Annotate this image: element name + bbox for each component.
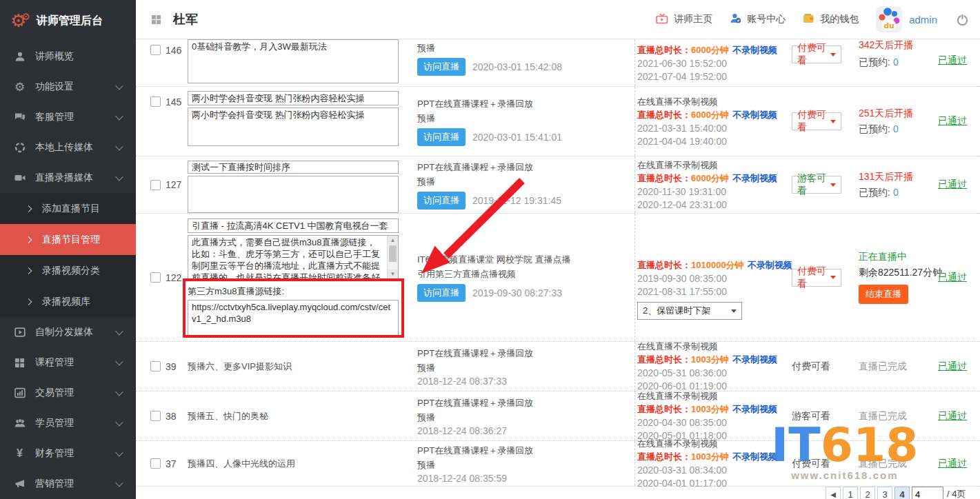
page-button-1[interactable]: 1 (843, 487, 858, 499)
title-input[interactable] (188, 218, 399, 233)
scroll-down-icon[interactable]: ▼ (388, 269, 398, 278)
start-time: 2020-05-31 08:36:00 (637, 367, 792, 379)
page-button-4[interactable]: 4 (894, 487, 910, 499)
live-status: 131天后开播 (859, 171, 938, 183)
visit-live-button[interactable]: 访问直播 (417, 58, 466, 76)
sidebar-item-4[interactable]: 直播录播媒体 (0, 163, 136, 193)
sidebar-subitem-0[interactable]: 添加直播节目 (0, 193, 136, 224)
row-id: 122 (166, 272, 181, 283)
visit-live-button[interactable]: 访问直播 (417, 192, 466, 210)
create-time: 2018-12-24 08:36:27 (417, 425, 634, 436)
sidebar-item-10[interactable]: 营销管理 (0, 469, 136, 499)
sidebar-item-0[interactable]: 讲师概览 (0, 41, 136, 72)
sidebar-item-label: 学员管理 (35, 417, 74, 429)
users-icon (13, 418, 26, 429)
page-button-3[interactable]: 3 (877, 487, 892, 499)
program-title: 预播五、快门的奥秘 (188, 410, 408, 422)
row-id: 127 (166, 179, 181, 190)
sidebar-item-1[interactable]: ⚙功能设置 (0, 72, 136, 102)
page-prev-icon[interactable]: ◀ (826, 487, 841, 499)
remaining-minutes: 剩余822511.27分钟 (859, 267, 938, 279)
caret-down-icon (830, 183, 836, 187)
sidebar-item-6[interactable]: 课程管理 (0, 347, 136, 378)
create-time: 2020-03-01 15:42:08 (472, 61, 562, 72)
sidebar-item-label: 直播录播媒体 (35, 172, 93, 184)
audit-status-link[interactable]: 已通过 (938, 179, 980, 191)
topbar-link-1[interactable]: 账号中心 (730, 12, 786, 26)
visibility-select[interactable]: 付费可看 (792, 112, 841, 130)
row-checkbox[interactable] (150, 458, 161, 469)
username[interactable]: admin (909, 14, 937, 26)
row-checkbox[interactable] (150, 96, 161, 107)
sidebar-item-label: 自制分发媒体 (35, 326, 93, 338)
sidebar-subitem-1[interactable]: 直播节目管理 (0, 224, 136, 255)
stream-type-label: 预播 (417, 458, 634, 471)
program-title: 预播六、更多VIP摄影知识 (188, 360, 408, 373)
row-checkbox[interactable] (150, 180, 161, 190)
sidebar-item-9[interactable]: ¥财务管理 (0, 438, 136, 469)
audit-status-link[interactable]: 已通过 (938, 115, 980, 128)
offline-policy-select[interactable]: 2、保留课时下架 (637, 302, 742, 320)
m3u8-source-label: 第三方m3u8直播源链接: (188, 285, 408, 298)
row-checkbox[interactable] (150, 411, 161, 421)
reserved-count: 0 (893, 187, 899, 198)
end-live-button[interactable]: 结束直播 (859, 285, 908, 304)
visibility-select[interactable]: 付费可看 (792, 269, 841, 287)
create-time: 2019-11-12 19:31:45 (472, 195, 561, 206)
table-row: 127PPT在线直播课程＋录播回放预播访问直播2019-11-12 19:31:… (136, 156, 980, 214)
start-time: 2020-03-31 08:34:00 (637, 464, 792, 476)
layout-grid-icon[interactable] (151, 14, 161, 25)
scroll-up-icon[interactable]: ▲ (388, 236, 398, 245)
topbar-link-label: 我的钱包 (820, 13, 859, 26)
sidebar-submenu: 添加直播节目直播节目管理录播视频分类录播视频库 (0, 193, 136, 317)
visibility-select[interactable]: 游客可看 (792, 176, 841, 194)
topbar-right: 讲师主页账号中心我的钱包duadmin (656, 6, 969, 32)
visibility-value: 付费可看 (797, 42, 828, 67)
row-checkbox[interactable] (150, 45, 161, 55)
power-icon[interactable] (956, 13, 969, 26)
row-id: 39 (166, 361, 177, 372)
visibility-select[interactable]: 付费可看 (792, 45, 841, 63)
stream-type-label: PPT在线直播课程＋录播回放 (417, 97, 634, 110)
sidebar-item-2[interactable]: 客服管理 (0, 102, 136, 132)
sidebar-item-7[interactable]: 交易管理 (0, 378, 136, 408)
create-time: 2020-03-01 15:41:01 (472, 132, 562, 143)
description-textarea[interactable] (188, 176, 399, 213)
row-checkbox[interactable] (150, 272, 161, 283)
start-time: 2019-09-30 08:35:00 (637, 272, 792, 285)
title-input[interactable] (188, 91, 399, 105)
textarea-scrollbar[interactable]: ▲▼ (387, 236, 398, 278)
sidebar-item-8[interactable]: 学员管理 (0, 408, 136, 438)
title-input[interactable] (188, 161, 399, 174)
page-button-2[interactable]: 2 (860, 487, 875, 499)
description-textarea[interactable]: 两小时学会抖音变现 热门张粉内容轻松实操 (188, 108, 399, 146)
description-textarea[interactable]: 此直播方式，需要自己提供m3u8直播源链接，比如：斗鱼、虎牙等第三方，还可以自己… (188, 235, 399, 279)
grid-icon (13, 358, 26, 368)
create-time: 2019-09-30 08:27:33 (472, 287, 562, 298)
audit-status-link[interactable]: 已通过 (938, 272, 980, 284)
topbar-link-2[interactable]: 我的钱包 (803, 12, 859, 26)
visit-live-button[interactable]: 访问直播 (417, 128, 466, 146)
sidebar-subitem-2[interactable]: 录播视频分类 (0, 255, 136, 286)
audit-status-link[interactable]: 已通过 (938, 458, 980, 470)
sidebar-item-5[interactable]: 自制分发媒体 (0, 317, 136, 347)
topbar-link-0[interactable]: 讲师主页 (656, 13, 712, 26)
chevron-down-icon (115, 82, 123, 90)
duration-label: 直播总时长： (637, 45, 691, 55)
audit-status-link[interactable]: 已通过 (938, 54, 980, 67)
description-textarea[interactable]: 0基础抖音教学，月入3W最新玩法 (188, 39, 399, 83)
user-icon (13, 51, 26, 62)
row-checkbox[interactable] (150, 361, 161, 371)
sidebar-subitem-3[interactable]: 录播视频库 (0, 286, 136, 317)
audit-status-link[interactable]: 已通过 (938, 410, 980, 422)
visibility-value: 游客可看 (797, 172, 828, 197)
avatar[interactable]: du (876, 6, 902, 32)
sidebar-item-3[interactable]: 本地上传媒体 (0, 132, 136, 163)
page-input[interactable] (912, 487, 943, 499)
record-mode-label: 在线直播不录制视频 (637, 159, 792, 172)
visit-live-button[interactable]: 访问直播 (417, 284, 466, 302)
duration-value: 6000分钟 (691, 110, 729, 120)
scrollbar-thumb[interactable] (389, 245, 397, 262)
audit-status-link[interactable]: 已通过 (938, 360, 980, 373)
m3u8-url-textarea[interactable]: https://cctvtxyh5ca.liveplay.myqcloud.co… (188, 300, 399, 336)
